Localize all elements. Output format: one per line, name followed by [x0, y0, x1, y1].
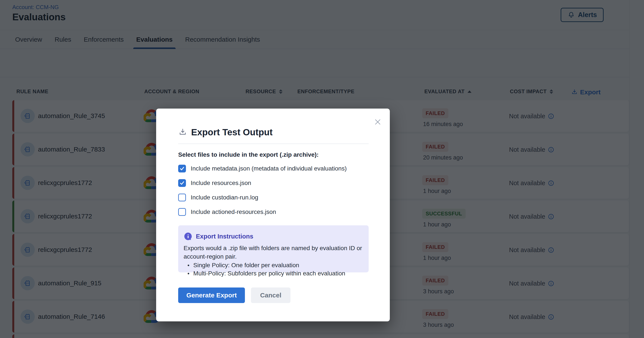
checkbox-unchecked-icon[interactable] [178, 208, 186, 216]
generate-export-button[interactable]: Generate Export [178, 288, 245, 303]
bullet-dot: • [188, 269, 190, 278]
download-icon [178, 128, 187, 137]
bullet-text: Multi-Policy: Subfolders per policy with… [193, 269, 345, 278]
export-instructions-header: Export Instructions [184, 232, 362, 241]
modal-actions: Generate Export Cancel [178, 288, 369, 303]
select-files-label: Select files to include in the export (.… [178, 151, 369, 158]
export-instructions-title: Export Instructions [196, 233, 253, 240]
modal-close-button[interactable] [373, 117, 382, 127]
bullet-dot: • [188, 261, 190, 269]
export-option-include-metadata-json-metadata-of-individual-evaluations[interactable]: Include metadata.json (metadata of indiv… [178, 165, 369, 172]
checkbox-unchecked-icon[interactable] [178, 194, 186, 201]
checkbox-checked-icon[interactable] [178, 179, 186, 187]
instruction-bullet: •Multi-Policy: Subfolders per policy wit… [184, 269, 362, 278]
export-option-include-actioned-resources-json[interactable]: Include actioned-resources.json [178, 208, 369, 216]
checkbox-checked-icon[interactable] [178, 165, 186, 172]
cancel-button[interactable]: Cancel [251, 288, 290, 303]
modal-title-row: Export Test Output [178, 127, 369, 137]
export-test-output-modal: Export Test Output Select files to inclu… [156, 109, 390, 321]
export-instructions-body: Exports would a .zip file with folders a… [184, 244, 363, 261]
export-option-label: Include actioned-resources.json [191, 209, 276, 215]
info-bubble-icon [184, 232, 193, 241]
modal-title: Export Test Output [191, 127, 272, 137]
export-file-options: Include metadata.json (metadata of indiv… [178, 165, 369, 216]
close-icon [373, 117, 382, 126]
export-option-label: Include custodian-run.log [191, 194, 258, 201]
bullet-text: Single Policy: One folder per evaluation [193, 261, 299, 269]
export-option-include-custodian-run-log[interactable]: Include custodian-run.log [178, 194, 369, 201]
export-option-label: Include resources.json [191, 180, 251, 186]
export-instructions-bullets: •Single Policy: One folder per evaluatio… [184, 261, 362, 278]
export-option-label: Include metadata.json (metadata of indiv… [191, 165, 346, 172]
instruction-bullet: •Single Policy: One folder per evaluatio… [184, 261, 362, 269]
modal-divider [178, 144, 369, 144]
export-option-include-resources-json[interactable]: Include resources.json [178, 179, 369, 187]
export-instructions-box: Export Instructions Exports would a .zip… [178, 225, 369, 272]
